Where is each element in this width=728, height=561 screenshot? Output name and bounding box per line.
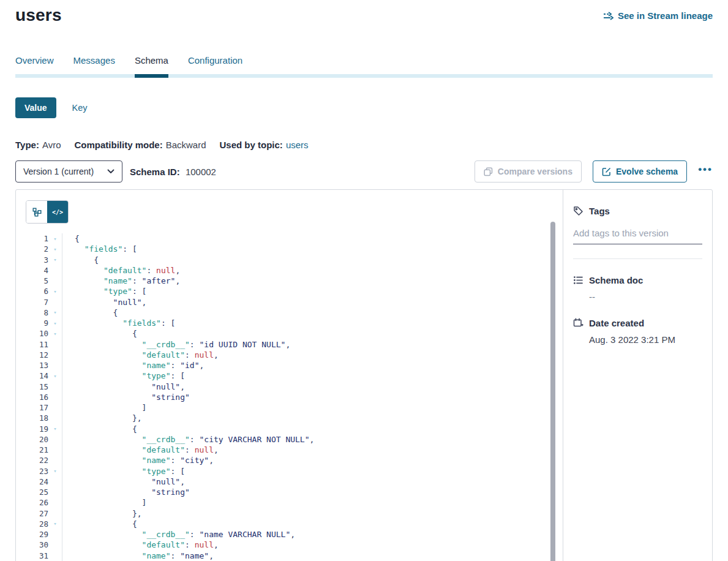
code-text: "type": [ xyxy=(62,287,146,296)
schema-id-label: Schema ID: xyxy=(130,167,180,177)
code-view-button[interactable]: </> xyxy=(47,201,68,223)
code-line: 21"default": null, xyxy=(26,445,563,455)
fold-gutter xyxy=(48,434,62,445)
line-number: 31 xyxy=(26,551,48,560)
tags-title: Tags xyxy=(589,206,610,216)
evolve-schema-button[interactable]: Evolve schema xyxy=(593,160,687,183)
code-text: { xyxy=(62,519,137,529)
fold-gutter xyxy=(48,508,62,519)
fold-toggle-icon[interactable]: ▾ xyxy=(48,318,62,328)
stream-lineage-icon xyxy=(603,12,614,20)
code-line: 29"__crdb__": "name VARCHAR NULL", xyxy=(26,529,563,540)
tree-view-icon xyxy=(32,208,42,217)
used-by-topic-label: Used by topic: xyxy=(220,140,283,150)
tag-icon xyxy=(573,206,584,216)
code-text: "string" xyxy=(62,393,190,402)
evolve-schema-label: Evolve schema xyxy=(616,167,678,176)
fold-toggle-icon[interactable]: ▾ xyxy=(48,255,62,265)
line-number: 10 xyxy=(26,329,48,338)
fold-toggle-icon[interactable]: ▾ xyxy=(48,466,62,476)
line-number: 27 xyxy=(26,509,48,518)
fold-toggle-icon[interactable]: ▾ xyxy=(48,233,62,244)
fold-toggle-icon[interactable]: ▾ xyxy=(48,328,62,339)
version-select[interactable]: Version 1 (current) xyxy=(15,160,122,183)
fold-gutter xyxy=(48,297,62,307)
line-number: 25 xyxy=(26,488,48,497)
line-number: 4 xyxy=(26,266,48,275)
code-text: "type": [ xyxy=(62,371,185,380)
fold-gutter xyxy=(48,529,62,540)
code-line: 31"name": "name", xyxy=(26,551,563,561)
code-text: "__crdb__": "city VARCHAR NOT NULL", xyxy=(62,435,314,444)
tab-schema[interactable]: Schema xyxy=(135,55,168,74)
key-toggle-button[interactable]: Key xyxy=(72,103,88,113)
tags-header: Tags xyxy=(573,206,702,216)
compare-versions-icon xyxy=(484,167,493,176)
calendar-plus-icon xyxy=(573,318,584,328)
code-line: 15"null", xyxy=(26,382,563,392)
tags-section: Tags xyxy=(573,206,702,244)
tab-configuration[interactable]: Configuration xyxy=(188,55,242,74)
code-text: }, xyxy=(62,413,142,423)
code-line: 3▾{ xyxy=(26,255,563,265)
fold-gutter xyxy=(48,497,62,508)
code-line: 8▾{ xyxy=(26,307,563,318)
code-text: "null", xyxy=(62,382,185,391)
tags-input[interactable] xyxy=(573,228,702,244)
code-text: { xyxy=(62,308,118,317)
stream-lineage-link[interactable]: See in Stream lineage xyxy=(603,10,713,21)
fold-toggle-icon[interactable]: ▾ xyxy=(48,244,62,254)
code-line: 25"string" xyxy=(26,487,563,497)
topic-link[interactable]: users xyxy=(286,140,309,150)
more-options-button[interactable]: ••• xyxy=(698,164,713,179)
code-text: "default": null, xyxy=(62,445,219,454)
editor-scrollbar[interactable] xyxy=(550,222,555,561)
code-text: "__crdb__": "name VARCHAR NULL", xyxy=(62,530,295,539)
line-number: 28 xyxy=(26,519,48,529)
tab-messages[interactable]: Messages xyxy=(73,55,115,74)
code-text: "name": "name", xyxy=(62,551,214,560)
fold-gutter xyxy=(48,413,62,423)
schema-editor-panel: </> 1▾{2▾"fields": [3▾{4"default": null,… xyxy=(16,190,563,561)
schema-doc-header: Schema doc xyxy=(573,275,702,285)
compare-versions-button[interactable]: Compare versions xyxy=(475,160,582,183)
value-toggle-button[interactable]: Value xyxy=(15,97,56,118)
line-number: 7 xyxy=(26,298,48,307)
code-text: "__crdb__": "id UUID NOT NULL", xyxy=(62,340,290,349)
fold-toggle-icon[interactable]: ▾ xyxy=(48,286,62,296)
code-editor[interactable]: 1▾{2▾"fields": [3▾{4"default": null,5"na… xyxy=(26,233,563,561)
line-number: 13 xyxy=(26,361,48,370)
fold-toggle-icon[interactable]: ▾ xyxy=(48,371,62,381)
code-line: 9▾"fields": [ xyxy=(26,318,563,328)
fold-toggle-icon[interactable]: ▾ xyxy=(48,424,62,434)
line-number: 14 xyxy=(26,371,48,380)
fold-gutter xyxy=(48,476,62,487)
tree-view-button[interactable] xyxy=(26,201,47,223)
fold-gutter xyxy=(48,265,62,276)
code-text: "type": [ xyxy=(62,467,185,476)
code-text: { xyxy=(62,424,137,434)
version-actions: Compare versions Evolve schema ••• xyxy=(475,160,713,183)
code-text: "fields": [ xyxy=(62,244,137,254)
date-created-value: Aug. 3 2022 3:21 PM xyxy=(589,334,702,345)
schema-card: </> 1▾{2▾"fields": [3▾{4"default": null,… xyxy=(15,189,713,561)
schema-doc-title: Schema doc xyxy=(589,275,643,285)
schema-id-value: 100002 xyxy=(186,167,216,177)
fold-gutter xyxy=(48,445,62,455)
fold-toggle-icon[interactable]: ▾ xyxy=(48,307,62,318)
line-number: 8 xyxy=(26,308,48,317)
line-number: 16 xyxy=(26,393,48,402)
code-line: 28▾{ xyxy=(26,519,563,529)
fold-toggle-icon[interactable]: ▾ xyxy=(48,519,62,529)
code-line: 12"default": null, xyxy=(26,350,563,360)
code-line: 4"default": null, xyxy=(26,265,563,276)
code-text: "default": null, xyxy=(62,350,219,360)
fold-gutter xyxy=(48,402,62,413)
line-number: 12 xyxy=(26,350,48,360)
code-line: 19▾{ xyxy=(26,424,563,434)
fold-gutter xyxy=(48,551,62,561)
code-line: 11"__crdb__": "id UUID NOT NULL", xyxy=(26,339,563,350)
schema-sidebar: Tags xyxy=(563,190,712,561)
tab-overview[interactable]: Overview xyxy=(15,55,54,74)
code-text: "name": "id", xyxy=(62,361,204,370)
